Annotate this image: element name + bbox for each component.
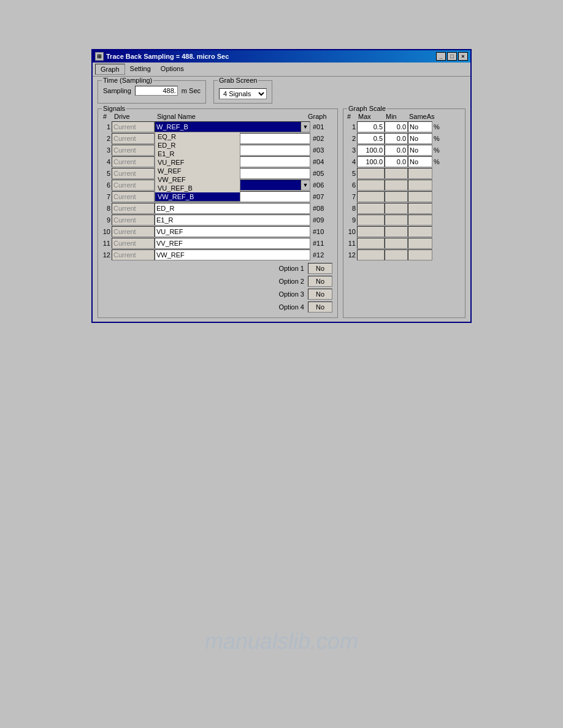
scale-min-11[interactable]	[385, 238, 408, 249]
signal-name-input-1[interactable]	[155, 121, 310, 132]
scale-num-4: 4	[346, 158, 357, 165]
scale-max-7[interactable]	[357, 191, 385, 202]
dropdown-item-vu_ref_b-1[interactable]: VU_REF_B	[155, 184, 240, 192]
dropdown-item-e1_r-1[interactable]: E1_R	[155, 150, 240, 158]
scale-min-3[interactable]	[385, 145, 408, 156]
signal-name-input-10[interactable]	[155, 226, 310, 237]
signal-row-9: 9 #09	[101, 214, 335, 226]
dropdown-item-vu_ref-1[interactable]: VU_REF	[155, 158, 240, 167]
signals-group: Signals # Drive Signal Name Graph 1	[98, 108, 338, 318]
scale-num-12: 12	[346, 251, 357, 259]
signal-num-6: 6	[101, 181, 112, 189]
scale-col-min: Min	[386, 113, 409, 120]
signals-col-num: #	[103, 113, 114, 120]
signal-name-input-11[interactable]	[155, 238, 310, 249]
scale-min-1[interactable]	[385, 121, 408, 132]
signal-row-10: 10 #10	[101, 226, 335, 237]
option-3-input[interactable]	[308, 289, 332, 300]
option-1-input[interactable]	[308, 263, 332, 274]
signal-drive-2	[112, 133, 155, 144]
scale-max-3[interactable]	[357, 145, 385, 156]
scale-max-6[interactable]	[357, 180, 385, 191]
scale-sameas-9[interactable]	[408, 214, 432, 226]
signal-graph-5: #05	[310, 170, 335, 177]
scale-sameas-4[interactable]	[408, 156, 432, 167]
scale-max-10[interactable]	[357, 226, 385, 237]
signal-rows-container: 1 ▼ EQ_R ED_R E1_R VU_REF	[101, 121, 335, 260]
scale-max-11[interactable]	[357, 238, 385, 249]
scale-row-2: 2 %	[346, 133, 462, 144]
scale-min-4[interactable]	[385, 156, 408, 167]
signal-dropdown-btn-6[interactable]: ▼	[301, 180, 310, 191]
sampling-input[interactable]	[135, 86, 178, 96]
signals-group-label: Signals	[102, 105, 126, 112]
scale-num-10: 10	[346, 228, 357, 235]
option-4-input[interactable]	[308, 301, 332, 313]
scale-max-1[interactable]	[357, 121, 385, 132]
scale-min-10[interactable]	[385, 226, 408, 237]
scale-min-12[interactable]	[385, 249, 408, 260]
scale-sameas-8[interactable]	[408, 203, 432, 214]
scale-max-8[interactable]	[357, 203, 385, 214]
signal-graph-8: #08	[310, 205, 335, 212]
signal-row-11: 11 #11	[101, 238, 335, 249]
close-button[interactable]: ×	[458, 52, 468, 61]
scale-sameas-7[interactable]	[408, 191, 432, 202]
scale-sameas-1[interactable]	[408, 121, 432, 132]
dropdown-item-vw_ref-1[interactable]: VW_REF	[155, 175, 240, 184]
scale-num-1: 1	[346, 123, 357, 131]
scale-row-12: 12	[346, 249, 462, 260]
scale-row-6: 6	[346, 180, 462, 191]
menu-item-setting[interactable]: Setting	[125, 64, 156, 75]
sampling-row: Sampling m Sec	[103, 86, 201, 96]
signal-drive-5	[112, 168, 155, 179]
scale-sameas-5[interactable]	[408, 168, 432, 179]
scale-sameas-12[interactable]	[408, 249, 432, 260]
scale-min-7[interactable]	[385, 191, 408, 202]
scale-sameas-3[interactable]	[408, 145, 432, 156]
scale-max-2[interactable]	[357, 133, 385, 144]
dropdown-item-ed_r-1[interactable]: ED_R	[155, 141, 240, 150]
window-icon: ⊞	[95, 52, 104, 61]
scale-num-6: 6	[346, 181, 357, 189]
grab-select[interactable]: 4 Signals 8 Signals 12 Signals	[219, 88, 267, 99]
scale-col-sameas: SameAs	[409, 113, 434, 120]
scale-sameas-11[interactable]	[408, 238, 432, 249]
scale-max-5[interactable]	[357, 168, 385, 179]
scale-min-9[interactable]	[385, 214, 408, 226]
signal-num-7: 7	[101, 193, 112, 200]
dropdown-item-eq_r-1[interactable]: EQ_R	[155, 132, 240, 141]
menu-item-graph[interactable]: Graph	[95, 64, 125, 75]
dropdown-item-w_ref-1[interactable]: W_REF	[155, 167, 240, 175]
signal-num-1: 1	[101, 123, 112, 131]
minimize-button[interactable]: _	[436, 52, 446, 61]
maximize-button[interactable]: □	[447, 52, 457, 61]
signal-drive-7	[112, 191, 155, 202]
scale-row-4: 4 %	[346, 156, 462, 167]
scale-max-12[interactable]	[357, 249, 385, 260]
option-1-label: Option 1	[278, 265, 304, 272]
signal-dropdown-btn-1[interactable]: ▼	[301, 121, 310, 132]
menu-item-options[interactable]: Options	[156, 64, 189, 75]
signal-name-input-12[interactable]	[155, 249, 310, 260]
scale-min-2[interactable]	[385, 133, 408, 144]
scale-sameas-2[interactable]	[408, 133, 432, 144]
scale-min-8[interactable]	[385, 203, 408, 214]
signal-name-input-8[interactable]	[155, 203, 310, 214]
scale-pct-3: %	[432, 146, 445, 154]
scale-max-4[interactable]	[357, 156, 385, 167]
scale-max-9[interactable]	[357, 214, 385, 226]
scale-num-3: 3	[346, 146, 357, 154]
signal-graph-1: #01	[310, 123, 335, 131]
scale-sameas-6[interactable]	[408, 180, 432, 191]
scale-row-7: 7	[346, 191, 462, 202]
scale-min-5[interactable]	[385, 168, 408, 179]
option-2-input[interactable]	[308, 276, 332, 287]
scale-row-1: 1 %	[346, 121, 462, 132]
signal-name-input-9[interactable]	[155, 214, 310, 226]
scale-min-6[interactable]	[385, 180, 408, 191]
scale-sameas-10[interactable]	[408, 226, 432, 237]
sampling-unit: m Sec	[182, 87, 201, 94]
screen: ⊞ Trace Back Sampling = 488. micro Sec _…	[0, 0, 563, 728]
dropdown-item-vw_ref_b-1[interactable]: VW_REF_B	[155, 192, 240, 201]
